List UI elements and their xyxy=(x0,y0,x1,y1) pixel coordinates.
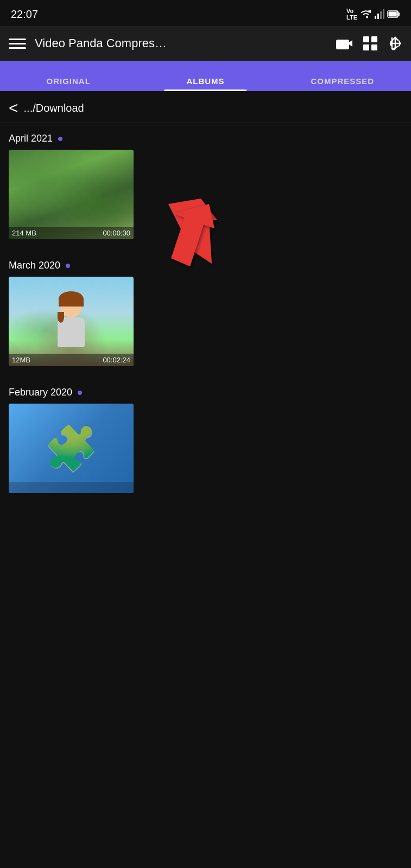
svg-marker-13 xyxy=(349,40,352,47)
char-hair-side xyxy=(58,312,64,323)
character-figure xyxy=(55,296,87,350)
svg-rect-5 xyxy=(383,9,384,19)
svg-rect-15 xyxy=(371,36,377,42)
toolbar-actions xyxy=(336,36,402,50)
video-thumb-puzzle: 🧩 xyxy=(9,404,134,493)
video-thumb-rain xyxy=(9,150,134,239)
video-size-vid2: 12MB xyxy=(12,356,30,364)
svg-rect-3 xyxy=(377,14,379,19)
back-button[interactable]: < xyxy=(9,100,18,116)
section-april-2021-dot xyxy=(58,137,62,141)
section-march-2020: March 2020 xyxy=(0,250,411,277)
char-head xyxy=(60,296,82,317)
app-title: Video Panda Compres… xyxy=(35,36,327,50)
video-duration-vid2: 00:02:24 xyxy=(103,356,130,364)
video-duration-vid1: 00:00:30 xyxy=(103,229,130,237)
tab-compressed[interactable]: COMPRESSED xyxy=(274,61,411,91)
tabs-bar: ORIGINAL ALBUMS COMPRESSED xyxy=(0,61,411,91)
section-february-2020-title: February 2020 xyxy=(9,387,72,398)
video-thumb-anim xyxy=(9,277,134,366)
breadcrumb-path: .../Download xyxy=(24,102,84,114)
svg-rect-16 xyxy=(363,44,369,50)
tab-compressed-label: COMPRESSED xyxy=(311,76,374,86)
section-february-2020: February 2020 xyxy=(0,377,411,404)
svg-rect-14 xyxy=(363,36,369,42)
video-list-april-2021: 214 MB 00:00:30 xyxy=(0,150,411,241)
status-time: 22:07 xyxy=(11,8,38,21)
breadcrumb: < .../Download xyxy=(0,91,411,123)
tab-albums-indicator xyxy=(165,90,246,91)
tab-albums-label: ALBUMS xyxy=(186,76,224,86)
section-march-2020-title: March 2020 xyxy=(9,260,60,271)
wifi-icon xyxy=(360,9,372,19)
svg-rect-4 xyxy=(380,11,382,19)
volte-icon: VoLTE xyxy=(346,8,357,21)
toolbar: Video Panda Compres… xyxy=(0,26,411,61)
video-meta-vid1: 214 MB 00:00:30 xyxy=(9,227,134,239)
video-item-vid1[interactable]: 214 MB 00:00:30 xyxy=(9,150,134,239)
char-hair xyxy=(59,291,84,307)
tab-albums[interactable]: ALBUMS xyxy=(137,61,274,91)
signal-icon xyxy=(375,9,384,19)
svg-rect-12 xyxy=(336,40,349,49)
status-icons: VoLTE xyxy=(346,8,400,21)
menu-button[interactable] xyxy=(9,39,26,49)
sort-button[interactable] xyxy=(388,36,402,50)
section-april-2021: April 2021 xyxy=(0,123,411,150)
video-list-february-2020: 🧩 xyxy=(0,404,411,495)
section-april-2021-title: April 2021 xyxy=(9,133,53,144)
svg-rect-2 xyxy=(375,16,376,19)
battery-icon xyxy=(387,9,400,19)
section-february-2020-dot xyxy=(78,391,82,395)
puzzle-icon: 🧩 xyxy=(44,423,98,474)
section-march-2020-dot xyxy=(66,264,70,268)
video-item-vid3[interactable]: 🧩 xyxy=(9,404,134,493)
tab-original[interactable]: ORIGINAL xyxy=(0,61,137,91)
video-size-vid1: 214 MB xyxy=(12,229,36,237)
status-bar: 22:07 VoLTE xyxy=(0,0,411,26)
camera-button[interactable] xyxy=(336,36,352,50)
svg-rect-17 xyxy=(371,44,377,50)
grid-button[interactable] xyxy=(363,36,377,50)
video-item-vid2[interactable]: 12MB 00:02:24 xyxy=(9,277,134,366)
video-meta-vid2: 12MB 00:02:24 xyxy=(9,354,134,366)
tab-original-label: ORIGINAL xyxy=(46,76,90,86)
video-list-march-2020: 12MB 00:02:24 xyxy=(0,277,411,368)
